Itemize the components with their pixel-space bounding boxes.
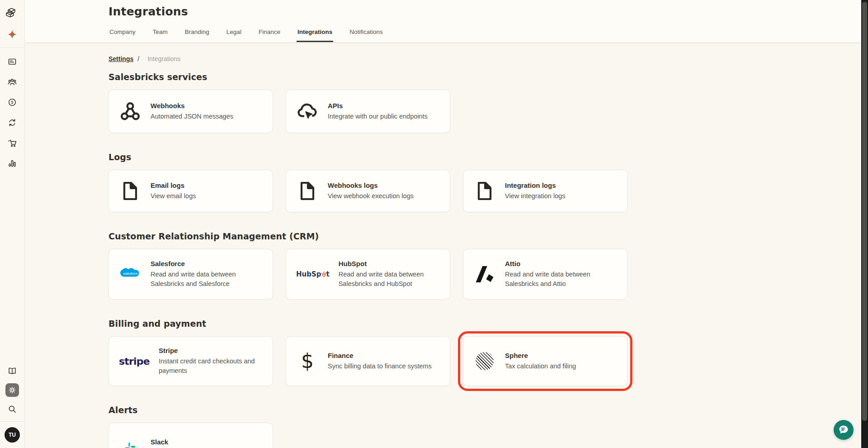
card-description: Read and write data between Salesbricks … [151, 270, 259, 289]
card-title: APIs [328, 102, 428, 110]
tab-notifications[interactable]: Notifications [349, 29, 384, 42]
tab-branding[interactable]: Branding [184, 29, 210, 42]
tab-bar: Company Team Branding Legal Finance Inte… [108, 18, 861, 42]
section-title: Logs [108, 152, 861, 162]
stripe-logo: stripe [119, 356, 150, 367]
breadcrumb-separator: / [137, 55, 139, 62]
section-title: Billing and payment [108, 319, 861, 329]
section-salesbricks-services: Salesbricks services Webhooks Automated … [108, 72, 861, 133]
attio-logo [473, 266, 496, 283]
section-title: Customer Relationship Management (CRM) [108, 231, 861, 241]
team-icon[interactable] [5, 75, 19, 89]
card-lines-icon[interactable] [5, 55, 19, 68]
card-description: Tax calculation and filing [505, 362, 576, 371]
card-title: HubSpot [339, 260, 440, 267]
tab-integrations[interactable]: Integrations [297, 29, 333, 42]
breadcrumb: Settings / Integrations [108, 55, 861, 62]
card-description: View email logs [151, 191, 196, 201]
salesforce-logo: salesforce [119, 267, 142, 282]
card-description: Instant credit card checkouts and paymen… [159, 357, 263, 376]
sync-icon[interactable] [5, 116, 19, 129]
card-description: Read and write data between Salesbricks … [505, 270, 613, 289]
svg-text:$: $ [11, 100, 14, 105]
section-crm: Customer Relationship Management (CRM) s… [108, 231, 861, 300]
tab-legal[interactable]: Legal [226, 29, 242, 42]
tab-finance[interactable]: Finance [258, 29, 281, 42]
sidebar-bottom [5, 364, 19, 416]
card-description: Sync billing data to finance systems [328, 362, 432, 371]
gear-icon[interactable] [5, 383, 19, 397]
card-title: Sphere [505, 352, 576, 359]
svg-text:salesforce: salesforce [123, 272, 138, 275]
document-icon [119, 181, 142, 200]
chat-bubble-icon [838, 424, 849, 436]
sidebar: $ [0, 0, 25, 448]
document-icon [296, 181, 319, 200]
card-title: Webhooks logs [328, 181, 414, 189]
sidebar-nav: $ [5, 55, 19, 170]
card-title: Email logs [151, 181, 196, 189]
card-hubspot[interactable]: HubSp t HubSpot Read and write data betw… [286, 249, 450, 300]
sphere-logo [473, 352, 496, 370]
card-description: View webhook execution logs [328, 191, 414, 201]
salesbricks-logo[interactable] [4, 6, 20, 20]
card-title: Finance [328, 352, 432, 359]
section-logs: Logs Email logs View email logs [108, 152, 861, 212]
page-header: Integrations Company Team Branding Legal… [25, 0, 861, 42]
slack-logo [119, 442, 142, 448]
card-title: Salesforce [151, 260, 259, 267]
card-finance[interactable]: $ Finance Sync billing data to finance s… [286, 336, 450, 386]
card-attio[interactable]: Attio Read and write data between Salesb… [463, 249, 627, 300]
breadcrumb-current: Integrations [147, 55, 180, 62]
section-alerts: Alerts Slack Salesbricks notifications i… [108, 405, 861, 448]
page-title: Integrations [108, 5, 861, 18]
book-icon[interactable] [5, 364, 19, 378]
document-icon [473, 181, 496, 200]
tab-company[interactable]: Company [108, 29, 137, 42]
card-sphere[interactable]: Sphere Tax calculation and filing [463, 336, 627, 386]
tab-team[interactable]: Team [152, 29, 169, 42]
card-apis[interactable]: APIs Integrate with our public endpoints [286, 90, 450, 133]
card-title: Webhooks [151, 102, 233, 110]
card-description: Integrate with our public endpoints [328, 112, 428, 121]
card-description: Automated JSON messages [151, 112, 233, 121]
chat-button[interactable] [834, 420, 854, 440]
dollar-circle-icon[interactable]: $ [5, 95, 19, 109]
avatar-initials: TU [9, 432, 16, 438]
search-icon[interactable] [5, 402, 19, 416]
content: Settings / Integrations Salesbricks serv… [25, 42, 861, 448]
section-title: Alerts [108, 405, 861, 415]
card-description: Read and write data between Salesbricks … [339, 270, 440, 289]
section-billing: Billing and payment stripe Stripe Instan… [108, 319, 861, 386]
sparkle-ai-icon[interactable] [7, 29, 18, 40]
scrollbar-track[interactable] [861, 0, 868, 448]
sidebar-divider [0, 47, 25, 48]
breadcrumb-settings-link[interactable]: Settings [108, 55, 133, 62]
card-title: Stripe [159, 347, 263, 354]
card-email-logs[interactable]: Email logs View email logs [108, 170, 273, 212]
scrollbar-thumb[interactable] [862, 2, 867, 421]
card-slack[interactable]: Slack Salesbricks notifications in Slack [108, 423, 273, 448]
main-area: Integrations Company Team Branding Legal… [25, 0, 861, 448]
card-title: Attio [505, 260, 613, 267]
card-webhooks[interactable]: Webhooks Automated JSON messages [108, 90, 273, 133]
sidebar-divider [0, 421, 25, 422]
card-salesforce[interactable]: salesforce Salesforce Read and write dat… [108, 249, 273, 300]
bar-chart-icon[interactable] [5, 157, 19, 170]
webhook-icon [119, 101, 142, 121]
card-integration-logs[interactable]: Integration logs View integration logs [463, 170, 627, 212]
cart-icon[interactable] [5, 136, 19, 150]
card-description: View integration logs [505, 191, 566, 201]
card-title: Integration logs [505, 181, 566, 189]
dollar-icon: $ [296, 351, 319, 371]
card-webhooks-logs[interactable]: Webhooks logs View webhook execution log… [286, 170, 450, 212]
api-cloud-icon [296, 102, 319, 121]
section-title: Salesbricks services [108, 72, 861, 82]
card-title: Slack [151, 438, 245, 446]
avatar[interactable]: TU [5, 427, 20, 443]
hubspot-logo: HubSp t [296, 270, 330, 278]
card-stripe[interactable]: stripe Stripe Instant credit card checko… [108, 336, 273, 386]
